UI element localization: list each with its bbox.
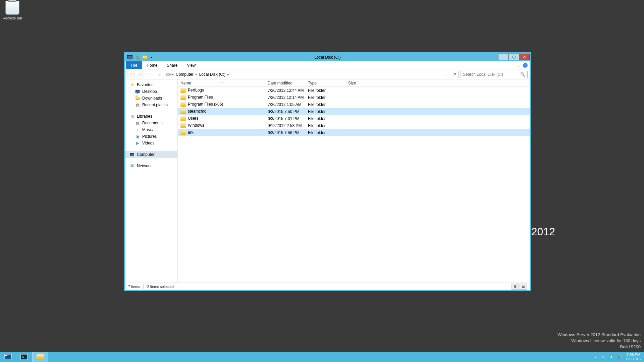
status-selected: 2 items selected <box>147 285 173 289</box>
file-name: Windows <box>188 123 204 128</box>
column-type[interactable]: Type <box>305 79 345 86</box>
file-date: 7/26/2012 12:44 AM <box>265 88 305 93</box>
file-row[interactable]: Program Files (x86)7/26/2012 1:05 AMFile… <box>178 101 530 108</box>
minimize-button[interactable]: ─ <box>498 54 509 60</box>
file-type: File folder <box>305 88 345 93</box>
column-headers: Name Date modified Type Size <box>178 79 530 87</box>
titlebar[interactable]: | ◧ ▾ Local Disk (C:) ─ ▢ ✕ <box>125 53 530 61</box>
tab-file[interactable]: File <box>126 61 142 69</box>
nav-computer[interactable]: Computer <box>125 151 177 158</box>
folder-icon <box>180 123 186 128</box>
tray-flag-icon[interactable]: ⚐ <box>600 354 606 360</box>
back-button[interactable]: ← <box>127 71 135 78</box>
documents-icon: ▦ <box>135 120 140 126</box>
taskbar-server-manager[interactable] <box>0 352 16 362</box>
nav-downloads[interactable]: Downloads <box>125 95 177 102</box>
file-row[interactable]: ark6/3/2015 7:56 PMFile folder <box>178 129 530 136</box>
file-name: ark <box>188 130 194 135</box>
tab-home[interactable]: Home <box>142 61 162 69</box>
file-date: 6/3/2015 7:56 PM <box>265 130 305 135</box>
breadcrumb-drive[interactable]: Local Disk (C:) <box>198 72 227 77</box>
breadcrumb-sep[interactable]: ▸ <box>195 73 198 76</box>
ribbon-tabs: File Home Share View ⌄ ? <box>125 61 530 69</box>
file-name: steamcmd <box>188 109 206 114</box>
file-row[interactable]: steamcmd6/3/2015 7:50 PMFile folder <box>178 108 530 115</box>
nav-videos[interactable]: ▶Videos <box>125 140 177 146</box>
search-icon[interactable]: 🔍 <box>518 72 527 77</box>
view-icons-button[interactable]: ▦ <box>520 284 527 290</box>
navigation-bar: ← → ▾ ↑ ▸ Computer ▸ Local Disk (C:) ▸ ⌄… <box>125 69 530 79</box>
license-text: Windows Server 2012 Standard Evaluation … <box>557 332 641 350</box>
breadcrumb-sep[interactable]: ▸ <box>227 73 230 76</box>
folder-icon <box>135 96 140 101</box>
music-icon: ♪ <box>135 127 140 132</box>
explorer-window: | ◧ ▾ Local Disk (C:) ─ ▢ ✕ File Home Sh… <box>124 52 531 291</box>
recycle-bin[interactable]: Recycle Bin <box>0 1 25 20</box>
refresh-button[interactable]: ↻ <box>451 71 458 78</box>
taskbar-explorer[interactable] <box>32 352 48 362</box>
system-menu-icon[interactable] <box>127 54 133 60</box>
breadcrumb-computer[interactable]: Computer <box>174 72 195 77</box>
search-input[interactable] <box>461 72 518 77</box>
nav-libraries[interactable]: ▥Libraries <box>125 113 177 120</box>
computer-icon <box>129 152 135 157</box>
desktop-icon <box>135 89 140 94</box>
column-name[interactable]: Name <box>178 79 265 86</box>
qat-newfolder-icon[interactable] <box>142 54 148 60</box>
tray-show-hidden-icon[interactable]: ▴ <box>592 354 598 360</box>
file-date: 7/26/2012 12:14 AM <box>265 95 305 100</box>
file-name: Program Files (x86) <box>188 102 223 107</box>
file-name: Users <box>188 116 198 121</box>
tray-volume-icon[interactable]: 🔊 <box>616 354 623 360</box>
search-box[interactable]: 🔍 <box>461 71 528 78</box>
nav-network[interactable]: ⌘Network <box>125 163 177 169</box>
breadcrumb-sep[interactable]: ▸ <box>171 73 174 76</box>
file-row[interactable]: Windows9/12/2012 2:53 PMFile folder <box>178 122 530 129</box>
file-name: Program Files <box>188 95 213 100</box>
qat-customize-icon[interactable]: ▾ <box>149 54 155 60</box>
server-manager-icon <box>4 354 12 360</box>
file-row[interactable]: Program Files7/26/2012 12:14 AMFile fold… <box>178 94 530 101</box>
star-icon: ★ <box>129 82 135 87</box>
nav-desktop[interactable]: Desktop <box>125 88 177 95</box>
qat-properties-icon[interactable]: ◧ <box>135 54 141 60</box>
column-size[interactable]: Size <box>345 79 372 86</box>
file-row[interactable]: Users6/3/2015 7:31 PMFile folder <box>178 115 530 122</box>
history-dropdown[interactable]: ▾ <box>146 71 154 78</box>
file-row[interactable]: PerfLogs7/26/2012 12:44 AMFile folder <box>178 87 530 94</box>
svg-text:>_: >_ <box>22 355 26 359</box>
status-count: 7 items <box>128 285 140 289</box>
drive-icon <box>166 72 171 77</box>
nav-recent[interactable]: ▤Recent places <box>125 102 177 108</box>
up-button[interactable]: ↑ <box>156 71 163 78</box>
ribbon-expand-icon[interactable]: ⌄ <box>518 64 520 67</box>
forward-button[interactable]: → <box>137 71 144 78</box>
file-date: 7/26/2012 1:05 AM <box>265 102 305 107</box>
file-date: 6/3/2015 7:50 PM <box>265 109 305 114</box>
tray-clock[interactable]: 7:56 PM 6/3/2015 <box>624 353 643 361</box>
recycle-bin-label: Recycle Bin <box>0 16 25 20</box>
tab-view[interactable]: View <box>182 61 200 69</box>
pictures-icon: ▣ <box>135 134 140 139</box>
nav-favorites[interactable]: ★Favorites <box>125 81 177 88</box>
tray-network-icon[interactable]: 🖧 <box>608 354 614 360</box>
file-list-pane: Name Date modified Type Size PerfLogs7/2… <box>178 79 530 283</box>
nav-pictures[interactable]: ▣Pictures <box>125 133 177 140</box>
file-type: File folder <box>305 95 345 100</box>
maximize-button[interactable]: ▢ <box>508 54 519 60</box>
file-list: PerfLogs7/26/2012 12:44 AMFile folderPro… <box>178 87 530 136</box>
help-icon[interactable]: ? <box>523 63 528 68</box>
address-dropdown[interactable]: ⌄ <box>444 71 451 78</box>
view-details-button[interactable]: ☰ <box>512 284 519 290</box>
folder-icon <box>180 95 186 100</box>
tab-share[interactable]: Share <box>162 61 182 69</box>
taskbar-powershell[interactable]: >_ <box>16 352 32 362</box>
nav-music[interactable]: ♪Music <box>125 126 177 133</box>
folder-icon <box>180 109 186 114</box>
status-bar: 7 items 2 items selected ☰ ▦ <box>125 283 530 290</box>
nav-documents[interactable]: ▦Documents <box>125 120 177 126</box>
close-button[interactable]: ✕ <box>519 54 530 60</box>
column-date[interactable]: Date modified <box>265 79 305 86</box>
file-date: 6/3/2015 7:31 PM <box>265 116 305 121</box>
address-bar[interactable]: ▸ Computer ▸ Local Disk (C:) ▸ ⌄ ↻ <box>165 71 459 78</box>
